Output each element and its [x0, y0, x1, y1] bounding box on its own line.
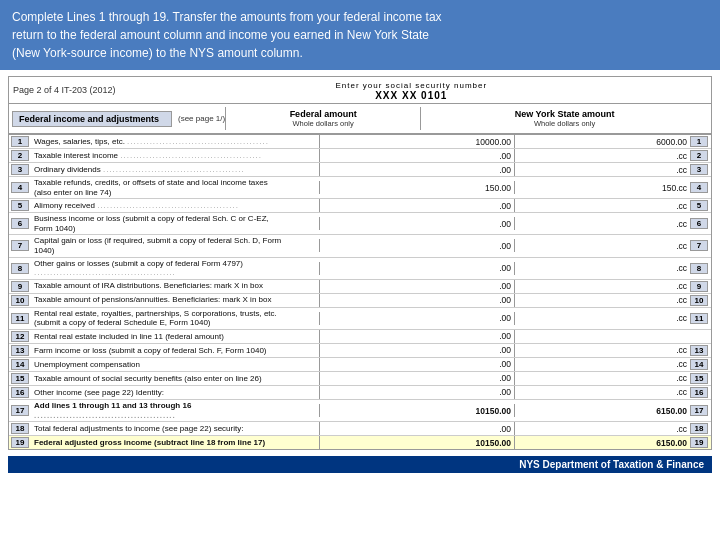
table-row: 14Unemployment compensation.00.cc14 — [9, 358, 711, 372]
federal-value: .00 — [323, 281, 511, 291]
nys-value: .cc — [518, 424, 687, 434]
row-description: Rental real estate included in line 11 (… — [31, 331, 289, 343]
nys-line-number: 19 — [690, 437, 708, 448]
table-row: 12Rental real estate included in line 11… — [9, 330, 711, 344]
nys-value: .cc — [518, 387, 687, 397]
federal-value: 10000.00 — [323, 137, 511, 147]
nys-value: .cc — [518, 359, 687, 369]
federal-amount-cell: .00 — [319, 149, 514, 162]
row-description: Federal adjusted gross income (subtract … — [31, 437, 289, 449]
nys-value: .cc — [518, 295, 687, 305]
nys-line-number: 1 — [690, 136, 708, 147]
row-description: Ordinary dividends .....................… — [31, 164, 289, 176]
form-page-id: Page 2 of 4 IT-203 (2012) — [13, 85, 116, 95]
table-row: 13Farm income or loss (submit a copy of … — [9, 344, 711, 358]
table-row: 6Business income or loss (submit a copy … — [9, 213, 711, 235]
federal-amount-cell: .00 — [319, 422, 514, 435]
line-number: 9 — [11, 281, 29, 292]
line-number: 11 — [11, 313, 29, 324]
form-top-row: Page 2 of 4 IT-203 (2012) Enter your soc… — [9, 77, 711, 104]
nys-amount-cell: .cc5 — [514, 199, 711, 212]
nys-value: .cc — [518, 281, 687, 291]
nys-line-number: 3 — [690, 164, 708, 175]
nys-value: 150.cc — [518, 183, 687, 193]
nys-amount-cell: .cc15 — [514, 372, 711, 385]
nys-value: .cc — [518, 241, 687, 251]
nys-amount-cell: 6150.0019 — [514, 436, 711, 449]
nys-line-number: 14 — [690, 359, 708, 370]
nys-line-number: 4 — [690, 182, 708, 193]
row-description: Taxable amount of IRA distributions. Ben… — [31, 280, 289, 292]
federal-amount-cell: .00 — [319, 386, 514, 399]
federal-amount-cell: .00 — [319, 358, 514, 371]
federal-amount-cell: .00 — [319, 280, 514, 293]
nys-value: .cc — [518, 313, 687, 323]
federal-value: .00 — [323, 424, 511, 434]
table-row: 8Other gains or losses (submit a copy of… — [9, 258, 711, 280]
section-title-box: Federal income and adjustments — [12, 111, 172, 127]
nys-value: 6150.00 — [518, 406, 687, 416]
table-row: 9Taxable amount of IRA distributions. Be… — [9, 280, 711, 294]
federal-value: .00 — [323, 331, 511, 341]
nys-value: .cc — [518, 201, 687, 211]
nys-line-number: 16 — [690, 387, 708, 398]
nys-amount-cell: 150.cc4 — [514, 181, 711, 194]
federal-amount-cell: .00 — [319, 372, 514, 385]
row-description: Taxable amount of social security benefi… — [31, 373, 289, 385]
federal-amount-cell: .00 — [319, 294, 514, 307]
nys-amount-cell: .cc18 — [514, 422, 711, 435]
federal-amount-cell: 10150.00 — [319, 404, 514, 417]
nys-line-number: 2 — [690, 150, 708, 161]
federal-value: .00 — [323, 263, 511, 273]
federal-value: 10150.00 — [323, 406, 511, 416]
row-description: Farm income or loss (submit a copy of fe… — [31, 345, 289, 357]
line-number: 12 — [11, 331, 29, 342]
row-description: Business income or loss (submit a copy o… — [31, 213, 289, 234]
col-nys-header: New York State amount Whole dollars only — [420, 107, 708, 130]
nys-line-number: 10 — [690, 295, 708, 306]
row-description: Add lines 1 through 11 and 13 through 16… — [31, 400, 289, 421]
row-description: Unemployment compensation — [31, 359, 289, 371]
line-number: 13 — [11, 345, 29, 356]
ssn-label: Enter your social security number — [335, 81, 487, 90]
line-number: 6 — [11, 218, 29, 229]
line-number: 3 — [11, 164, 29, 175]
nys-line-number: 8 — [690, 263, 708, 274]
nys-amount-cell: .cc14 — [514, 358, 711, 371]
header-box: Complete Lines 1 through 19. Transfer th… — [0, 0, 720, 70]
federal-value: .00 — [323, 241, 511, 251]
ssn-box: Enter your social security number XXX XX… — [116, 79, 707, 101]
see-page: (see page 1/) — [172, 114, 225, 123]
nys-amount-cell: 6150.0017 — [514, 404, 711, 417]
form-body: 1Wages, salaries, tips, etc. ...........… — [9, 134, 711, 449]
nys-line-number: 6 — [690, 218, 708, 229]
table-row: 10Taxable amount of pensions/annuities. … — [9, 294, 711, 308]
table-row: 19Federal adjusted gross income (subtrac… — [9, 436, 711, 449]
line-number: 17 — [11, 405, 29, 416]
table-row: 5Alimony received ......................… — [9, 199, 711, 213]
federal-amount-cell: .00 — [319, 344, 514, 357]
federal-value: .00 — [323, 201, 511, 211]
nys-line-number: 17 — [690, 405, 708, 416]
table-row: 1Wages, salaries, tips, etc. ...........… — [9, 135, 711, 149]
nys-value: .cc — [518, 219, 687, 229]
line-number: 5 — [11, 200, 29, 211]
federal-value: .00 — [323, 219, 511, 229]
section-header-row: Federal income and adjustments (see page… — [9, 104, 711, 134]
table-row: 17Add lines 1 through 11 and 13 through … — [9, 400, 711, 422]
nys-value: 6000.00 — [518, 137, 687, 147]
line-number: 19 — [11, 437, 29, 448]
nys-amount-cell: .cc8 — [514, 262, 711, 275]
nys-value: 6150.00 — [518, 438, 687, 448]
federal-value: .00 — [323, 295, 511, 305]
col-federal-header: Federal amount Whole dollars only — [225, 107, 420, 130]
row-description: Taxable amount of pensions/annuities. Be… — [31, 294, 289, 306]
nys-line-number: 13 — [690, 345, 708, 356]
nys-amount-cell: .cc6 — [514, 217, 711, 230]
table-row: 4Taxable refunds, credits, or offsets of… — [9, 177, 711, 199]
federal-amount-cell: .00 — [319, 239, 514, 252]
line-number: 15 — [11, 373, 29, 384]
federal-value: .00 — [323, 387, 511, 397]
nys-amount-cell: .cc2 — [514, 149, 711, 162]
federal-value: .00 — [323, 313, 511, 323]
